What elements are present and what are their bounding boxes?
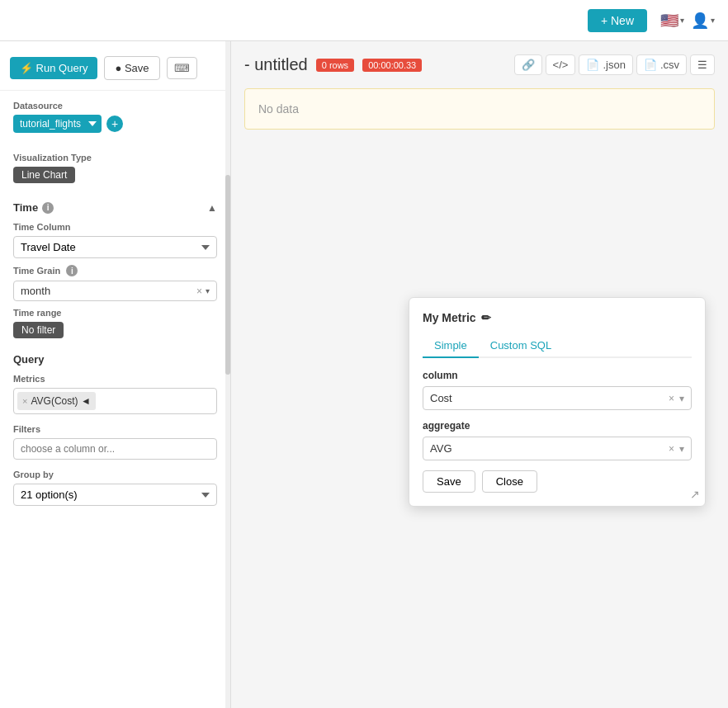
aggregate-arrow-icon: ▾	[679, 443, 684, 455]
filters-label: Filters	[13, 424, 217, 434]
metrics-label: Metrics	[13, 374, 217, 384]
time-grain-label: Time Grain i	[13, 265, 217, 276]
group-by-select[interactable]: 21 option(s)	[13, 484, 217, 506]
csv-icon: 📄	[644, 59, 657, 71]
top-nav: + New 🇺🇸 ▾ 👤 ▾	[0, 0, 728, 41]
time-grain-field[interactable]: month × ▾	[13, 281, 217, 301]
time-range-section: Time range No filter	[0, 304, 230, 345]
chart-title: - untitled	[244, 55, 308, 74]
aggregate-value: AVG	[430, 442, 669, 455]
content-area: - untitled 0 rows 00:00:00.33 🔗 </> 📄 .j…	[231, 41, 728, 708]
metrics-field: Metrics × AVG(Cost) ◄	[13, 374, 217, 414]
time-grain-value: month	[21, 285, 196, 297]
time-section-header[interactable]: Time i ▲	[0, 193, 230, 219]
tab-simple[interactable]: Simple	[423, 334, 479, 358]
column-label: column	[423, 370, 692, 381]
menu-button[interactable]: ☰	[690, 54, 715, 75]
json-icon: 📄	[586, 59, 599, 71]
json-button[interactable]: 📄 .json	[579, 54, 632, 75]
user-chevron-icon: ▾	[711, 16, 715, 25]
flag-icon[interactable]: 🇺🇸	[660, 12, 678, 30]
time-range-label: Time range	[13, 308, 217, 318]
scrollbar[interactable]	[225, 41, 230, 708]
column-controls: × ▾	[669, 393, 684, 404]
new-button[interactable]: + New	[588, 9, 647, 32]
resize-handle-icon[interactable]: ↗	[690, 488, 700, 501]
metrics-tag-remove-icon[interactable]: ×	[22, 396, 27, 406]
aggregate-controls: × ▾	[669, 443, 684, 455]
group-by-field: Group by 21 option(s)	[13, 470, 217, 506]
time-grain-clear-icon[interactable]: ×	[196, 286, 202, 297]
time-chevron-icon: ▲	[207, 202, 217, 214]
datasource-label: Datasource	[13, 101, 217, 111]
popup-save-button[interactable]: Save	[423, 470, 475, 493]
edit-icon[interactable]: ✏	[481, 311, 491, 324]
query-section-title: Query	[13, 353, 217, 366]
time-grain-arrow-icon: ▾	[206, 286, 210, 295]
time-section-title: Time i	[13, 201, 54, 214]
chart-header: - untitled 0 rows 00:00:00.33 🔗 </> 📄 .j…	[244, 54, 715, 75]
flag-chevron-icon: ▾	[680, 16, 684, 25]
time-info-icon: i	[42, 202, 54, 214]
tab-custom-sql[interactable]: Custom SQL	[479, 334, 563, 358]
rows-badge: 0 rows	[316, 59, 354, 72]
filters-field: Filters	[13, 424, 217, 460]
column-clear-icon[interactable]: ×	[669, 393, 674, 404]
column-value: Cost	[430, 392, 669, 404]
no-filter-badge[interactable]: No filter	[13, 322, 64, 338]
metrics-container[interactable]: × AVG(Cost) ◄	[13, 388, 217, 414]
csv-button[interactable]: 📄 .csv	[636, 54, 687, 75]
code-button[interactable]: </>	[546, 54, 576, 75]
sidebar-toolbar: ⚡ Run Query ● Save ⌨	[0, 50, 230, 91]
viz-type-label: Visualization Type	[13, 153, 217, 163]
add-datasource-button[interactable]: +	[106, 116, 123, 132]
link-button[interactable]: 🔗	[514, 54, 542, 75]
aggregate-label: aggregate	[423, 420, 692, 432]
user-icon[interactable]: 👤	[691, 12, 709, 30]
visualization-section: Visualization Type Line Chart	[0, 143, 230, 193]
time-column-select[interactable]: Travel Date	[13, 236, 217, 258]
query-section: Query Metrics × AVG(Cost) ◄ Filters Grou…	[0, 345, 230, 524]
datasource-select[interactable]: tutorial_flights	[13, 115, 102, 133]
chart-actions: 🔗 </> 📄 .json 📄 .csv ☰	[514, 54, 715, 75]
column-select[interactable]: Cost × ▾	[423, 386, 692, 410]
run-query-button[interactable]: ⚡ Run Query	[10, 57, 97, 79]
datasource-section: Datasource tutorial_flights +	[0, 91, 230, 143]
aggregate-select[interactable]: AVG × ▾	[423, 437, 692, 460]
sidebar: ⚡ Run Query ● Save ⌨ Datasource tutorial…	[0, 41, 231, 708]
group-by-label: Group by	[13, 470, 217, 479]
time-column-label: Time Column	[13, 222, 217, 232]
popup-tabs: Simple Custom SQL	[423, 334, 692, 358]
time-grain-section: Time Grain i month × ▾	[0, 262, 230, 304]
aggregate-clear-icon[interactable]: ×	[669, 443, 674, 455]
time-badge: 00:00:00.33	[362, 59, 422, 72]
datasource-row: tutorial_flights +	[13, 115, 217, 133]
metrics-tag[interactable]: × AVG(Cost) ◄	[17, 392, 96, 410]
filters-input[interactable]	[13, 438, 217, 460]
no-data-text: No data	[258, 102, 299, 116]
time-grain-info-icon: i	[66, 265, 78, 276]
popup-actions: Save Close	[423, 470, 692, 493]
time-column-section: Time Column Travel Date	[0, 219, 230, 262]
popup-title: My Metric ✏	[423, 311, 692, 324]
save-button[interactable]: ● Save	[104, 56, 159, 80]
scrollbar-thumb	[225, 175, 230, 375]
main-layout: ⚡ Run Query ● Save ⌨ Datasource tutorial…	[0, 41, 728, 708]
no-data-box: No data	[244, 88, 715, 130]
keyboard-button[interactable]: ⌨	[167, 57, 197, 79]
metrics-tag-value: AVG(Cost) ◄	[31, 395, 90, 407]
column-arrow-icon: ▾	[679, 393, 684, 404]
popup-close-button[interactable]: Close	[482, 470, 537, 493]
metric-popup: My Metric ✏ Simple Custom SQL column Cos…	[409, 297, 706, 507]
viz-type-badge[interactable]: Line Chart	[13, 167, 75, 183]
